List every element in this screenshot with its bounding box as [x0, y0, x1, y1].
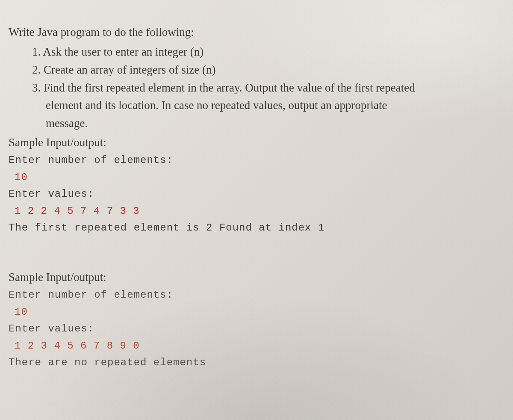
- list-item-1: 1. Ask the user to enter an integer (n): [32, 43, 504, 61]
- requirements-list: 1. Ask the user to enter an integer (n) …: [9, 43, 504, 133]
- list-item-3-line1: 3. Find the first repeated element in th…: [32, 81, 415, 94]
- list-item-3-line2: element and its location. In case no rep…: [32, 97, 504, 115]
- sample2-prompt2: Enter values:: [9, 320, 504, 337]
- sample1-prompt2: Enter values:: [9, 186, 504, 203]
- list-item-3-line3: message.: [32, 115, 504, 133]
- list-item-3: 3. Find the first repeated element in th…: [32, 79, 504, 133]
- sample-label-1: Sample Input/output:: [9, 136, 504, 149]
- sample2-input2: 1 2 3 4 5 6 7 8 9 0: [9, 337, 504, 355]
- sample2-output: There are no repeated elements: [9, 354, 504, 371]
- sample-block-2: Sample Input/output: Enter number of ele…: [9, 271, 504, 371]
- sample1-prompt1: Enter number of elements:: [9, 152, 504, 169]
- sample2-prompt1: Enter number of elements:: [9, 287, 504, 304]
- list-item-2: 2. Create an array of integers of size (…: [32, 61, 504, 79]
- sample1-output: The first repeated element is 2 Found at…: [9, 219, 504, 237]
- sample2-input1: 10: [9, 304, 504, 321]
- sample-label-2: Sample Input/output:: [9, 271, 504, 284]
- sample1-input2: 1 2 2 4 5 7 4 7 3 3: [9, 203, 504, 220]
- intro-line: Write Java program to do the following:: [9, 24, 504, 41]
- sample-block-1: Sample Input/output: Enter number of ele…: [9, 136, 504, 237]
- sample1-input1: 10: [9, 169, 504, 186]
